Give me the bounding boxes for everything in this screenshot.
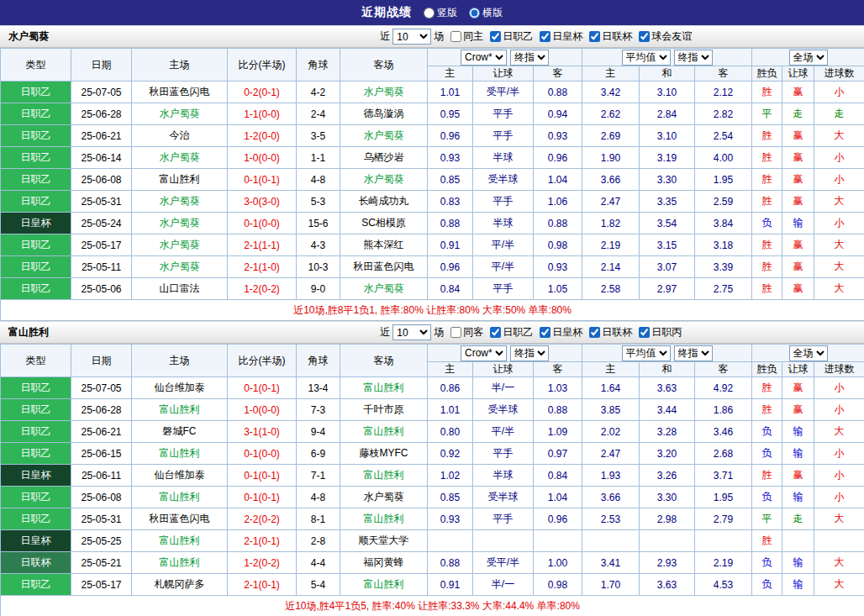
away-team-cell[interactable]: 水户蜀葵 xyxy=(340,125,428,147)
away-team-cell[interactable]: 乌栖沙岩 xyxy=(340,147,428,169)
away-team-cell[interactable]: 水户蜀葵 xyxy=(340,487,428,508)
corner-cell: 6-9 xyxy=(297,443,340,465)
away-team-cell[interactable]: 富山胜利 xyxy=(340,421,428,443)
home-team-cell[interactable]: 仙台维加泰 xyxy=(132,465,228,487)
odds-group-bookmaker: Crow* 终指 xyxy=(428,345,582,362)
home-team-cell[interactable]: 秋田蓝色闪电 xyxy=(132,82,228,103)
corner-cell: 4-3 xyxy=(297,234,340,256)
score-cell: 2-2(0-2) xyxy=(228,508,297,530)
home-team-cell[interactable]: 富山胜利 xyxy=(132,399,228,421)
home-team-cell[interactable]: 水户蜀葵 xyxy=(132,213,228,234)
away-team-cell[interactable]: 熊本深红 xyxy=(340,234,428,256)
filter-checkbox-league-1[interactable]: 日职乙 xyxy=(490,325,533,340)
result-cell: 胜 xyxy=(752,82,782,103)
league-checkbox[interactable] xyxy=(589,31,600,42)
result-cell: 负 xyxy=(752,552,782,574)
away-team-cell[interactable]: 顺天堂大学 xyxy=(340,530,428,552)
filter-checkbox-league-3[interactable]: 日联杯 xyxy=(589,29,632,44)
home-team-cell[interactable]: 富山胜利 xyxy=(132,487,228,508)
away-team-cell[interactable]: 藤枝MYFC xyxy=(340,443,428,465)
vertical-radio[interactable] xyxy=(424,8,435,18)
score-cell: 0-1(0-1) xyxy=(228,377,297,399)
odds-cell: 平手 xyxy=(473,125,534,147)
home-team-cell[interactable]: 富山胜利 xyxy=(132,530,228,552)
result-cell: 胜 xyxy=(752,377,782,399)
home-team-cell[interactable]: 磐城FC xyxy=(132,421,228,443)
layout-option-horizontal[interactable]: 横版 xyxy=(469,6,503,20)
league-checkbox[interactable] xyxy=(639,327,650,338)
fulltime-select[interactable]: 全场 xyxy=(789,345,828,361)
horizontal-radio[interactable] xyxy=(469,8,480,18)
result-cell: 小 xyxy=(814,169,864,191)
average-stage-select[interactable]: 终指 xyxy=(674,345,713,361)
col-date: 日期 xyxy=(71,49,132,82)
away-team-cell[interactable]: 水户蜀葵 xyxy=(340,278,428,300)
away-team-cell[interactable]: SC相模原 xyxy=(340,213,428,234)
league-checkbox[interactable] xyxy=(540,327,551,338)
filter-checkbox-league-2[interactable]: 日皇杯 xyxy=(540,325,582,340)
filter-checkbox-league-1[interactable]: 日职乙 xyxy=(490,29,533,44)
home-team-cell[interactable]: 富山胜利 xyxy=(132,552,228,574)
odds-cell: 3.54 xyxy=(640,213,695,234)
match-count-select[interactable]: 10 xyxy=(392,324,431,340)
filter-checkbox-league-4[interactable]: 球会友谊 xyxy=(639,29,692,44)
home-team-cell[interactable]: 水户蜀葵 xyxy=(132,103,228,125)
home-team-cell[interactable]: 札幌冈萨多 xyxy=(132,574,228,596)
league-checkbox[interactable] xyxy=(589,327,600,338)
bookmaker-stage-select[interactable]: 终指 xyxy=(510,50,549,66)
filter-checkbox-league-3[interactable]: 日联杯 xyxy=(589,325,632,340)
league-checkbox[interactable] xyxy=(540,31,551,42)
away-team-cell[interactable]: 富山胜利 xyxy=(340,574,428,596)
odds-cell: 0.88 xyxy=(428,213,473,234)
filter-checkbox-same-venue[interactable]: 同主 xyxy=(450,29,483,44)
away-team-cell[interactable]: 千叶市原 xyxy=(340,399,428,421)
away-team-cell[interactable]: 德岛漩涡 xyxy=(340,103,428,125)
result-cell: 赢 xyxy=(782,82,814,103)
filter-checkbox-same-venue[interactable]: 同客 xyxy=(450,325,483,340)
layout-option-vertical[interactable]: 竖版 xyxy=(424,6,457,20)
bookmaker-stage-select[interactable]: 终指 xyxy=(510,345,549,361)
filter-checkbox-league-4[interactable]: 日职丙 xyxy=(639,325,682,340)
home-team-cell[interactable]: 水户蜀葵 xyxy=(132,234,228,256)
bookmaker-select[interactable]: Crow* xyxy=(461,345,507,361)
team-section: 水户蜀葵 近 10 场 同主 日职乙 日皇杯 日联杯 球会友谊 类型 日期 主场… xyxy=(0,25,864,321)
away-team-cell[interactable]: 富山胜利 xyxy=(340,508,428,530)
match-date-cell: 25-06-14 xyxy=(71,147,132,169)
odds-cell: 1.05 xyxy=(534,278,582,300)
home-team-cell[interactable]: 今治 xyxy=(132,125,228,147)
bookmaker-select[interactable]: Crow* xyxy=(461,50,507,66)
away-team-cell[interactable]: 长崎成功丸 xyxy=(340,191,428,213)
away-team-cell[interactable]: 富山胜利 xyxy=(340,465,428,487)
home-team-cell[interactable]: 水户蜀葵 xyxy=(132,256,228,278)
league-checkbox[interactable] xyxy=(490,327,501,338)
fulltime-select[interactable]: 全场 xyxy=(789,50,828,66)
odds-cell: 1.01 xyxy=(428,82,473,103)
result-cell: 大 xyxy=(814,234,864,256)
home-team-cell[interactable]: 富山胜利 xyxy=(132,443,228,465)
average-stage-select[interactable]: 终指 xyxy=(674,50,713,66)
league-checkbox[interactable] xyxy=(639,31,650,42)
match-row: 日职乙25-06-14水户蜀葵1-0(0-0)1-1乌栖沙岩0.93半球0.96… xyxy=(1,147,864,169)
score-cell: 1-2(0-0) xyxy=(228,125,297,147)
same-venue-checkbox[interactable] xyxy=(450,327,461,338)
away-team-cell[interactable]: 水户蜀葵 xyxy=(340,82,428,103)
odds-cell: 1.03 xyxy=(534,377,582,399)
filter-checkbox-league-2[interactable]: 日皇杯 xyxy=(540,29,582,44)
odds-cell: 1.01 xyxy=(428,399,473,421)
away-team-cell[interactable]: 福冈黄蜂 xyxy=(340,552,428,574)
home-team-cell[interactable]: 仙台维加泰 xyxy=(132,377,228,399)
away-team-cell[interactable]: 富山胜利 xyxy=(340,377,428,399)
home-team-cell[interactable]: 水户蜀葵 xyxy=(132,147,228,169)
away-team-cell[interactable]: 秋田蓝色闪电 xyxy=(340,256,428,278)
home-team-cell[interactable]: 水户蜀葵 xyxy=(132,191,228,213)
average-select[interactable]: 平均值 xyxy=(622,345,671,361)
away-team-cell[interactable]: 水户蜀葵 xyxy=(340,169,428,191)
average-select[interactable]: 平均值 xyxy=(622,50,671,66)
same-venue-checkbox[interactable] xyxy=(450,31,461,42)
match-count-select[interactable]: 10 xyxy=(392,29,431,45)
home-team-cell[interactable]: 山口雷法 xyxy=(132,278,228,300)
result-cell: 赢 xyxy=(782,125,814,147)
league-checkbox[interactable] xyxy=(490,31,501,42)
home-team-cell[interactable]: 秋田蓝色闪电 xyxy=(132,508,228,530)
home-team-cell[interactable]: 富山胜利 xyxy=(132,169,228,191)
